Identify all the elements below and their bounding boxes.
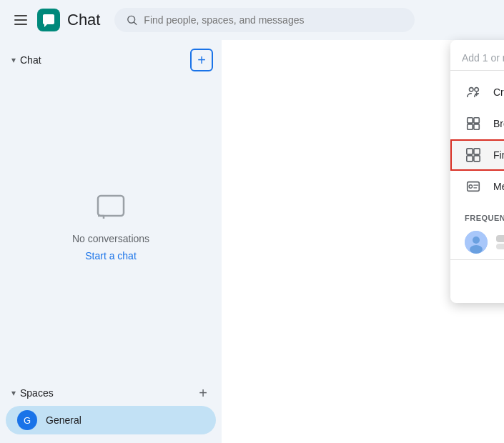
app-logo-icon <box>37 9 60 31</box>
dropdown-search-area[interactable] <box>450 40 504 71</box>
spaces-chevron-icon: ▾ <box>11 388 16 398</box>
spaces-title: ▾ Spaces <box>11 387 54 399</box>
no-conversations-area: No conversations Start a chat <box>0 74 222 377</box>
chat-section-title: ▾ Chat <box>11 54 41 66</box>
find-apps-icon <box>465 146 482 164</box>
frequent-user-name <box>496 235 504 242</box>
svg-point-4 <box>470 88 474 91</box>
sidebar: ▾ Chat + No conversations Start a chat ▾… <box>0 40 222 443</box>
message-requests-icon <box>465 178 482 195</box>
add-people-input[interactable] <box>462 52 504 64</box>
find-apps-item[interactable]: Find apps <box>450 139 504 171</box>
svg-rect-3 <box>98 196 124 216</box>
frequent-section-label: FREQUENT <box>450 208 504 225</box>
find-apps-label: Find apps <box>493 149 504 161</box>
hamburger-menu-button[interactable] <box>11 12 30 28</box>
browse-spaces-icon <box>465 115 482 132</box>
svg-rect-10 <box>467 149 473 154</box>
svg-rect-6 <box>468 118 473 123</box>
message-requests-label: Message requests <box>493 181 504 192</box>
dropdown-menu: Create a space Browse spaces <box>450 71 504 208</box>
content-area: Create a space Browse spaces <box>222 40 504 443</box>
frequent-user-avatar <box>465 231 488 254</box>
spaces-section-header[interactable]: ▾ Spaces + <box>0 380 222 406</box>
add-chat-button[interactable]: + <box>190 49 213 71</box>
svg-line-2 <box>134 22 137 24</box>
svg-rect-8 <box>468 124 473 129</box>
chat-label: Chat <box>20 54 41 66</box>
start-chat-link[interactable]: Start a chat <box>85 250 137 262</box>
browse-spaces-label: Browse spaces <box>493 118 504 129</box>
svg-rect-11 <box>474 149 480 154</box>
spaces-label: Spaces <box>20 387 54 399</box>
create-space-icon <box>465 84 482 101</box>
svg-point-20 <box>470 245 483 254</box>
svg-rect-13 <box>474 156 480 161</box>
search-bar[interactable] <box>114 8 415 32</box>
general-space-item[interactable]: G General <box>6 406 216 434</box>
svg-point-5 <box>475 88 479 91</box>
spaces-section: ▾ Spaces + G General <box>0 377 222 437</box>
svg-rect-7 <box>474 118 479 123</box>
search-icon <box>126 14 138 26</box>
browse-spaces-item[interactable]: Browse spaces <box>450 108 504 139</box>
search-input[interactable] <box>144 14 403 26</box>
create-space-item[interactable]: Create a space <box>450 76 504 108</box>
svg-point-15 <box>469 185 473 189</box>
main-layout: ▾ Chat + No conversations Start a chat ▾… <box>0 40 504 443</box>
app-header: Chat <box>0 0 504 40</box>
header-left: Chat <box>11 9 100 31</box>
space-name: General <box>46 414 81 426</box>
frequent-user-info <box>496 235 504 249</box>
new-chat-dropdown: Create a space Browse spaces <box>450 40 504 303</box>
svg-rect-9 <box>474 124 479 129</box>
space-initial: G <box>24 415 31 426</box>
dropdown-footer: Start chat <box>450 259 504 303</box>
message-requests-item[interactable]: Message requests <box>450 171 504 202</box>
frequent-user-item[interactable] <box>450 225 504 259</box>
general-space-avatar: G <box>17 410 37 430</box>
frequent-user-email <box>496 244 504 249</box>
no-conversations-text: No conversations <box>72 233 149 244</box>
add-spaces-button[interactable]: + <box>193 383 213 403</box>
svg-point-19 <box>473 237 480 244</box>
no-chat-icon <box>94 190 128 224</box>
svg-rect-12 <box>467 156 473 161</box>
chat-chevron-icon: ▾ <box>11 55 16 65</box>
chat-section-header[interactable]: ▾ Chat + <box>0 46 222 74</box>
app-title: Chat <box>67 11 100 29</box>
create-space-label: Create a space <box>493 86 504 98</box>
